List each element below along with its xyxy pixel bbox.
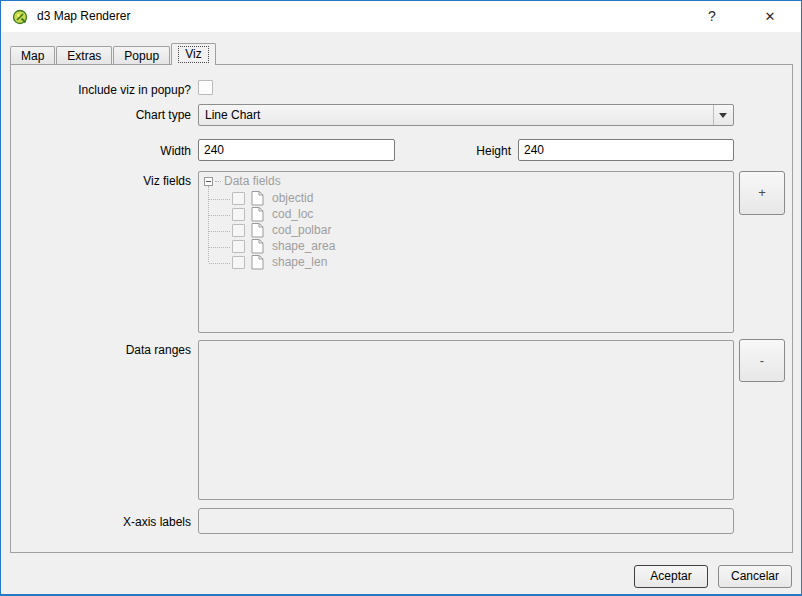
- chart-type-select[interactable]: Line Chart: [198, 104, 734, 126]
- document-icon: [251, 239, 264, 254]
- chevron-down-icon: [719, 113, 727, 118]
- chart-type-dropdown-button[interactable]: [713, 105, 733, 125]
- field-checkbox[interactable]: [232, 192, 245, 205]
- field-checkbox[interactable]: [232, 208, 245, 221]
- data-ranges-list[interactable]: [198, 340, 734, 500]
- tab-extras[interactable]: Extras: [56, 46, 112, 65]
- width-label: Width: [1, 144, 191, 158]
- window-title: d3 Map Renderer: [37, 1, 130, 32]
- accept-button[interactable]: Aceptar: [634, 565, 708, 588]
- field-label: shape_len: [272, 255, 327, 270]
- tree-item[interactable]: cod_polbar: [199, 223, 733, 239]
- close-icon[interactable]: ✕: [753, 1, 787, 32]
- include-viz-label: Include viz in popup?: [1, 83, 191, 97]
- field-label: cod_loc: [272, 207, 313, 222]
- tree-root-label: Data fields: [224, 174, 281, 189]
- help-icon[interactable]: ?: [695, 1, 729, 32]
- include-viz-checkbox[interactable]: [198, 80, 213, 95]
- field-label: objectid: [272, 191, 313, 206]
- dialog-window: d3 Map Renderer ? ✕ Map Extras Popup Viz…: [0, 0, 802, 596]
- document-icon: [251, 223, 264, 238]
- tab-map[interactable]: Map: [10, 46, 55, 65]
- field-checkbox[interactable]: [232, 240, 245, 253]
- title-bar[interactable]: d3 Map Renderer ? ✕: [1, 1, 801, 32]
- add-button[interactable]: +: [739, 171, 785, 215]
- document-icon: [251, 191, 264, 206]
- tree-item[interactable]: cod_loc: [199, 207, 733, 223]
- field-checkbox[interactable]: [232, 256, 245, 269]
- viz-fields-label: Viz fields: [1, 174, 191, 188]
- tree-item[interactable]: shape_len: [199, 255, 733, 271]
- tab-strip: Map Extras Popup Viz: [10, 43, 217, 65]
- document-icon: [251, 207, 264, 222]
- app-icon: [12, 9, 28, 25]
- tab-popup[interactable]: Popup: [113, 46, 170, 65]
- x-axis-labels-label: X-axis labels: [1, 515, 191, 529]
- field-label: shape_area: [272, 239, 335, 254]
- field-label: cod_polbar: [272, 223, 331, 238]
- chart-type-value: Line Chart: [205, 105, 260, 125]
- remove-button[interactable]: -: [739, 339, 785, 382]
- tab-viz[interactable]: Viz: [171, 43, 216, 65]
- cancel-button[interactable]: Cancelar: [718, 565, 792, 588]
- viz-fields-tree[interactable]: Data fields objectid cod_loc cod_polbar: [198, 171, 734, 333]
- height-input[interactable]: [518, 139, 734, 161]
- chart-type-label: Chart type: [1, 108, 191, 122]
- x-axis-labels-input[interactable]: [198, 508, 734, 534]
- height-label: Height: [321, 144, 511, 158]
- tree-item[interactable]: objectid: [199, 191, 733, 207]
- collapse-icon[interactable]: [204, 177, 213, 186]
- field-checkbox[interactable]: [232, 224, 245, 237]
- document-icon: [251, 255, 264, 270]
- tree-item[interactable]: shape_area: [199, 239, 733, 255]
- data-ranges-label: Data ranges: [1, 343, 191, 357]
